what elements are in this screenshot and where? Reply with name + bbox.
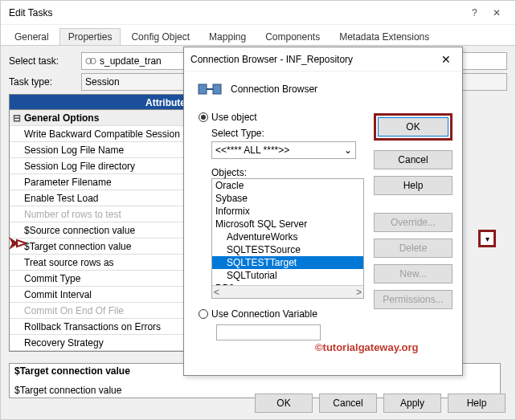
- list-item[interactable]: Microsoft SQL Server: [212, 218, 363, 230]
- radio-icon: [199, 112, 208, 122]
- window-titlebar: Edit Tasks ? ✕: [1, 1, 515, 25]
- select-type-label: Select Type:: [211, 128, 364, 139]
- use-conn-var-label: Use Connection Variable: [211, 308, 317, 320]
- dialog-cancel-button[interactable]: Cancel: [374, 150, 453, 169]
- close-icon[interactable]: ✕: [486, 7, 507, 18]
- select-type-value: <<**** ALL ****>>: [215, 145, 289, 156]
- dialog-header: Connection Browser: [184, 71, 462, 112]
- list-item[interactable]: SQLTESTSource: [212, 243, 363, 256]
- permissions-button[interactable]: Permissions...: [374, 290, 453, 309]
- svg-point-1: [90, 59, 96, 64]
- select-type-combo[interactable]: <<**** ALL ****>> ⌄: [211, 141, 356, 159]
- use-conn-var-radio[interactable]: Use Connection Variable: [199, 308, 364, 320]
- tab-general[interactable]: General: [6, 28, 58, 45]
- objects-list[interactable]: Oracle Sybase Informix Microsoft SQL Ser…: [211, 178, 364, 299]
- delete-button[interactable]: Delete: [374, 239, 453, 258]
- tab-metadata-extensions[interactable]: Metadata Extensions: [330, 28, 438, 45]
- chevron-down-icon: ⌄: [344, 145, 352, 156]
- tab-mapping[interactable]: Mapping: [200, 28, 255, 45]
- dialog-help-button[interactable]: Help: [374, 176, 453, 195]
- dialog-close-icon[interactable]: ✕: [436, 53, 456, 66]
- svg-rect-4: [199, 84, 207, 94]
- task-type-label: Task type:: [9, 76, 81, 88]
- connection-browser-dialog: Connection Browser - INF_Repository ✕ Co…: [183, 47, 463, 376]
- ok-highlight-box: OK: [374, 113, 453, 141]
- dialog-ok-button[interactable]: OK: [378, 117, 448, 137]
- list-item[interactable]: Informix: [212, 205, 363, 218]
- cell-dropdown-button[interactable]: ▾: [478, 230, 496, 247]
- tab-components[interactable]: Components: [256, 28, 329, 45]
- window-title: Edit Tasks: [9, 1, 52, 25]
- connection-icon: [197, 80, 223, 99]
- dialog-title: Connection Browser - INF_Repository: [190, 54, 353, 65]
- select-task-value: s_update_tran: [100, 55, 162, 67]
- task-type-value: Session: [85, 76, 120, 88]
- tab-properties[interactable]: Properties: [59, 28, 121, 45]
- list-item-selected[interactable]: SQLTESTTarget: [212, 256, 363, 269]
- dialog-header-text: Connection Browser: [231, 84, 317, 95]
- tab-bar: General Properties Config Object Mapping…: [1, 25, 515, 46]
- chevron-down-icon: ▾: [485, 234, 489, 243]
- list-item[interactable]: SQLTutorial: [212, 269, 363, 282]
- conn-var-input[interactable]: [216, 324, 321, 340]
- tab-config-object[interactable]: Config Object: [122, 28, 199, 45]
- radio-icon: [199, 309, 208, 319]
- help-button[interactable]: Help: [448, 393, 506, 413]
- objects-label: Objects:: [211, 167, 364, 178]
- override-button[interactable]: Override...: [374, 213, 453, 232]
- use-object-radio[interactable]: Use object: [199, 112, 364, 123]
- task-icon: [85, 55, 96, 67]
- annotation-arrow-icon: [9, 237, 27, 250]
- use-object-label: Use object: [211, 112, 257, 123]
- ok-button[interactable]: OK: [255, 393, 313, 413]
- watermark: ©tutorialgateway.org: [315, 341, 419, 353]
- help-icon[interactable]: ?: [465, 7, 484, 18]
- cancel-button[interactable]: Cancel: [319, 393, 377, 413]
- dialog-buttons: OK Cancel Apply Help: [255, 393, 506, 413]
- horizontal-scrollbar[interactable]: <>: [212, 285, 363, 298]
- select-task-label: Select task:: [9, 55, 81, 67]
- list-item[interactable]: AdventureWorks: [212, 230, 363, 243]
- svg-rect-5: [213, 84, 221, 94]
- apply-button[interactable]: Apply: [383, 393, 441, 413]
- list-item[interactable]: Oracle: [212, 179, 363, 192]
- list-item[interactable]: Sybase: [212, 192, 363, 205]
- new-button[interactable]: New...: [374, 264, 453, 283]
- dialog-titlebar: Connection Browser - INF_Repository ✕: [184, 47, 462, 71]
